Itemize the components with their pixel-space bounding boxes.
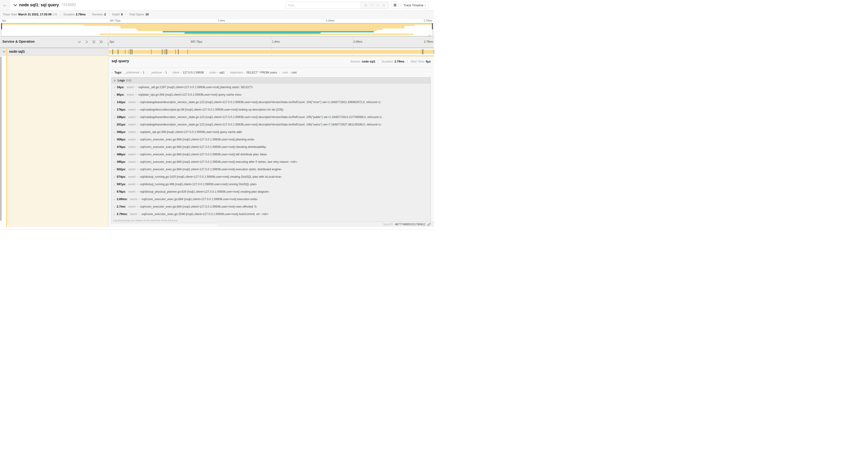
log-row[interactable]: ›502μs:event=‹sql/conn_executor_exec.go:… [112, 166, 431, 173]
find-next-icon[interactable] [376, 4, 379, 7]
log-time: 678μs: [117, 190, 126, 193]
log-equals: = [138, 198, 140, 201]
collapse-all-icon[interactable] [99, 40, 103, 44]
log-marker-tick[interactable] [113, 49, 113, 54]
minimap-scrubber-left[interactable] [1, 23, 2, 29]
tag-equals: = [180, 71, 182, 74]
log-row[interactable]: ›80μs:event=‹sql/plan_opt.go:358 [nsql1,… [112, 91, 431, 98]
find-input[interactable] [286, 2, 360, 9]
log-time: 2.69ms: [117, 198, 128, 201]
timeline-grid-line [271, 36, 272, 47]
trace-minimap[interactable] [1, 23, 433, 36]
service-operation-column-header: Service & Operation [0, 36, 108, 47]
log-row[interactable]: ›366μs:event=‹sql/plan_opt.go:358 [nsql1… [112, 128, 431, 136]
span-detail-title[interactable]: sql query [112, 59, 129, 63]
log-row[interactable]: ›189μs:event=‹sql/catalog/lease/descript… [112, 113, 431, 121]
find-prev-icon[interactable] [370, 4, 373, 7]
log-marker-tick[interactable] [166, 49, 166, 54]
expand-all-icon[interactable] [92, 40, 96, 44]
logs-header[interactable]: ∨ Logs (18) [112, 77, 431, 84]
log-marker-tick[interactable] [129, 49, 129, 54]
log-marker-tick[interactable] [162, 49, 162, 54]
tag-item: user=root [282, 71, 297, 74]
log-marker-tick[interactable] [125, 49, 126, 54]
log-equals: = [137, 123, 138, 126]
log-marker-tick[interactable] [434, 49, 434, 54]
view-mode-dropdown[interactable]: Trace Timeline∨ [401, 2, 429, 9]
trace-summary-bar: Trace StartMarch 31 2022, 17:25:09.326Du… [0, 10, 434, 19]
span-collapse-chevron-icon[interactable] [3, 50, 6, 53]
log-marker-tick[interactable] [132, 49, 132, 54]
operation-name: sql query [11, 50, 22, 53]
chevron-right-icon: › [114, 168, 115, 171]
log-marker-tick[interactable] [118, 49, 118, 54]
log-row[interactable]: ›34μs:event=‹sql/exec_util.go:2297 [nsql… [112, 84, 431, 91]
log-marker-tick[interactable] [176, 49, 176, 54]
log-marker-tick[interactable] [165, 49, 166, 54]
detail-meta-value: 0μs [426, 60, 431, 63]
minimap-scrubber-right[interactable] [432, 23, 433, 29]
tag-equals: = [217, 71, 218, 74]
detail-name-column[interactable] [7, 56, 108, 227]
span-name-cell[interactable]: node sql1sql query [0, 48, 108, 56]
log-row[interactable]: ›201μs:event=‹sql/catalog/lease/descript… [112, 121, 431, 128]
list-scrollbar-thumb[interactable] [1, 57, 1, 221]
span-duration-bar[interactable] [109, 50, 434, 54]
summary-item-label: Depth [112, 13, 120, 16]
log-row[interactable]: ›2.7ms:event=‹sql/conn_executor_exec.go:… [112, 203, 431, 210]
log-row[interactable]: ›459μs:event=‹sql/conn_executor_exec.go:… [112, 136, 431, 143]
log-marker-tick[interactable] [167, 49, 167, 54]
log-field-key: event [130, 198, 137, 201]
log-equals: = [137, 205, 138, 208]
log-time: 476μs: [117, 145, 126, 149]
log-row[interactable]: ›2.69ms:event=‹sql/conn_executor_exec.go… [112, 195, 431, 203]
log-time: 574μs: [117, 175, 126, 178]
log-equals: = [137, 138, 138, 141]
expand-one-level-icon[interactable] [78, 40, 82, 44]
log-marker-tick[interactable] [164, 49, 164, 54]
span-detail-panel: sql query Service:node sql1Duration:2.79… [109, 56, 434, 227]
log-row[interactable]: ›495μs:event=‹sql/conn_executor_exec.go:… [112, 158, 431, 166]
focus-target-icon[interactable] [364, 4, 367, 7]
trace-collapse-chevron-icon[interactable] [13, 3, 17, 7]
tag-equals: = [244, 71, 245, 74]
log-row[interactable]: ›574μs:event=‹sql/distsql_running.go:142… [112, 173, 431, 181]
log-marker-tick[interactable] [422, 49, 423, 54]
log-row[interactable]: ›678μs:event=‹sql/distsql_physical_plann… [112, 188, 431, 195]
log-marker-tick[interactable] [130, 49, 131, 54]
tags-label: Tags: [114, 71, 122, 74]
chevron-right-icon: › [114, 123, 115, 126]
chevron-right-icon: › [114, 175, 115, 179]
log-field-key: event [128, 108, 135, 111]
back-button[interactable]: ← [0, 0, 10, 10]
log-row[interactable]: ›486μs:event=‹sql/conn_executor_exec.go:… [112, 151, 431, 158]
tag-equals: = [163, 71, 164, 74]
log-row[interactable]: ›476μs:event=‹sql/conn_executor_exec.go:… [112, 143, 431, 151]
log-row[interactable]: ›2.79ms:event=‹sql/conn_executor_exec.go… [112, 210, 431, 218]
log-marker-tick[interactable] [178, 49, 179, 54]
collapse-one-level-icon[interactable] [85, 40, 89, 44]
find-clear-icon[interactable]: ✕ [383, 4, 385, 7]
chevron-right-icon: › [114, 160, 115, 164]
log-field-value: ‹sql/conn_executor_exec.go:684 [nsql1,cl… [141, 198, 258, 201]
log-equals: = [137, 153, 138, 156]
log-row[interactable]: ›142μs:event=‹sql/catalog/lease/descript… [112, 98, 431, 106]
tag-value: sql1 [219, 71, 225, 74]
log-marker-tick[interactable] [423, 49, 424, 54]
deep-link-icon[interactable] [427, 223, 431, 226]
tag-equals: = [140, 71, 142, 74]
chevron-right-icon: › [112, 71, 113, 74]
log-marker-tick[interactable] [151, 49, 152, 54]
keyboard-shortcuts-button[interactable]: ⌘ [391, 2, 399, 9]
log-row[interactable]: ›597μs:event=‹sql/distsql_running.go:498… [112, 181, 431, 188]
span-track [109, 48, 434, 56]
tags-accordion[interactable]: › Tags: _unfinished=1_verbose=1client=12… [112, 70, 431, 75]
tag-key: _unfinished [124, 71, 139, 74]
chevron-right-icon: › [114, 116, 115, 119]
timeline-ruler[interactable]: 0μs697.75μs1.4ms2.09ms2.79ms [109, 36, 434, 47]
tag-item: _verbose=1 [150, 71, 167, 74]
log-time: 2.7ms: [117, 205, 126, 208]
chevron-right-icon: › [114, 183, 115, 186]
log-marker-tick[interactable] [188, 49, 188, 54]
log-row[interactable]: ›176μs:event=‹sql/catalog/descs/descript… [112, 106, 431, 113]
